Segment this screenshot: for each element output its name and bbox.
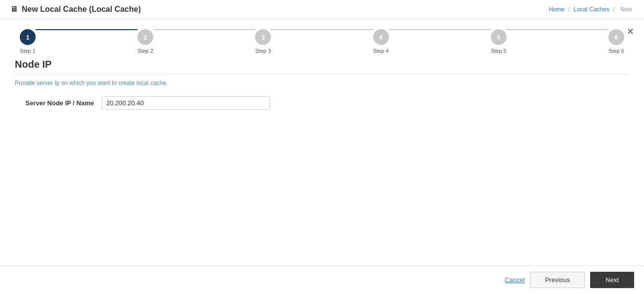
next-button[interactable]: Next bbox=[590, 272, 634, 288]
step-number-6: 6 bbox=[614, 34, 618, 41]
step-number-4: 4 bbox=[379, 34, 383, 41]
step-number-5: 5 bbox=[497, 34, 500, 41]
step-circle-5[interactable]: 5 bbox=[491, 29, 507, 45]
close-button[interactable]: ✕ bbox=[627, 27, 634, 36]
modal-body: Node IP Provide server Ip on which you w… bbox=[0, 59, 644, 265]
step-circle-4[interactable]: 4 bbox=[373, 29, 389, 45]
connector-line-5 bbox=[507, 29, 608, 30]
step-label-4: Step 4 bbox=[373, 48, 389, 54]
connector-3-4 bbox=[271, 29, 373, 30]
step-number-1: 1 bbox=[26, 34, 29, 41]
breadcrumb-section[interactable]: Local Caches bbox=[573, 6, 609, 13]
step-circle-1[interactable]: 1 bbox=[20, 29, 36, 45]
step-item-6: 6 Step 6 bbox=[608, 29, 624, 54]
modal-footer: Cancel Previous Next bbox=[0, 265, 644, 294]
step-circle-2[interactable]: 2 bbox=[137, 29, 153, 45]
connector-1-2 bbox=[36, 29, 137, 30]
connector-2-3 bbox=[153, 29, 255, 30]
breadcrumb: Home / Local Caches / New bbox=[549, 6, 634, 13]
breadcrumb-sep1: / bbox=[568, 6, 570, 13]
step-label-1: Step 1 bbox=[20, 48, 36, 54]
form-label: Server Node IP / Name bbox=[15, 99, 94, 107]
section-title: Node IP bbox=[15, 59, 629, 75]
step-item-1: 1 Step 1 bbox=[20, 29, 36, 54]
step-label-3: Step 3 bbox=[256, 48, 271, 54]
cancel-button[interactable]: Cancel bbox=[505, 276, 524, 284]
connector-line-1 bbox=[36, 29, 137, 30]
connector-line-3 bbox=[271, 29, 373, 30]
modal-title: 🖥 New Local Cache (Local Cache) bbox=[10, 5, 141, 14]
previous-button[interactable]: Previous bbox=[530, 272, 586, 288]
breadcrumb-home[interactable]: Home bbox=[549, 6, 564, 13]
stepper-container: 1 Step 1 2 Step 2 3 bbox=[0, 19, 644, 59]
page-title: New Local Cache (Local Cache) bbox=[22, 5, 141, 14]
steps-row: 1 Step 1 2 Step 2 3 bbox=[20, 29, 624, 54]
step-number-2: 2 bbox=[144, 34, 147, 41]
step-circle-6[interactable]: 6 bbox=[608, 29, 624, 45]
step-item-3: 3 Step 3 bbox=[255, 29, 271, 54]
step-label-5: Step 5 bbox=[491, 48, 507, 54]
step-item-4: 4 Step 4 bbox=[373, 29, 389, 54]
connector-line-4 bbox=[389, 29, 491, 30]
modal-container: 🖥 New Local Cache (Local Cache) Home / L… bbox=[0, 0, 644, 294]
step-circle-3[interactable]: 3 bbox=[255, 29, 271, 45]
step-label-6: Step 6 bbox=[608, 48, 624, 54]
step-label-2: Step 2 bbox=[137, 48, 153, 54]
modal-header: 🖥 New Local Cache (Local Cache) Home / L… bbox=[0, 0, 644, 19]
monitor-icon: 🖥 bbox=[10, 5, 18, 14]
breadcrumb-sep2: / bbox=[613, 6, 614, 13]
info-text: Provide server Ip on which you want to c… bbox=[15, 80, 629, 86]
step-item-2: 2 Step 2 bbox=[137, 29, 153, 54]
step-item-5: 5 Step 5 bbox=[491, 29, 507, 54]
breadcrumb-current: New bbox=[620, 6, 632, 13]
step-number-3: 3 bbox=[261, 34, 265, 41]
connector-line-2 bbox=[153, 29, 255, 30]
server-node-ip-input[interactable] bbox=[102, 96, 270, 110]
connector-4-5 bbox=[389, 29, 491, 30]
connector-5-6 bbox=[507, 29, 608, 30]
form-row: Server Node IP / Name bbox=[15, 96, 629, 110]
